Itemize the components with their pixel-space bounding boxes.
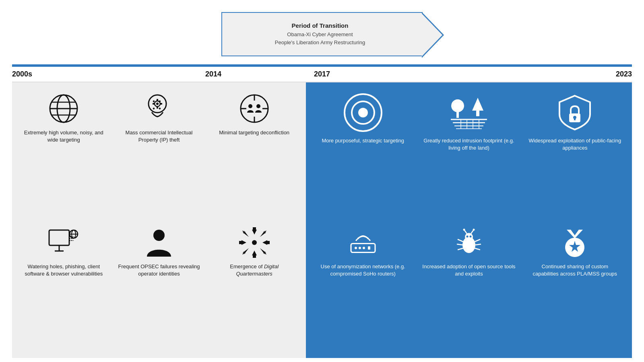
- col-right-1: More purposeful, strategic targeting: [310, 90, 416, 354]
- svg-point-32: [248, 104, 252, 108]
- target-text: More purposeful, strategic targeting: [320, 137, 406, 144]
- svg-marker-40: [242, 248, 249, 255]
- svg-point-70: [473, 228, 475, 230]
- item-person: Frequent OPSEC failures revealing operat…: [116, 224, 203, 354]
- year-2014: 2014: [117, 70, 310, 78]
- svg-rect-25: [159, 107, 161, 110]
- col-left-1: Extremely high volume, noisy, and wide t…: [16, 90, 111, 354]
- item-monitor: Watering holes, phishing, client softwar…: [20, 224, 107, 354]
- svg-marker-38: [242, 230, 249, 237]
- person-silhouette-icon: [141, 224, 177, 261]
- years-row: 2000s 2014 2017 2023: [12, 67, 632, 82]
- svg-point-17: [156, 103, 159, 105]
- router-text: Use of anonymization networks (e.g. comp…: [314, 263, 412, 278]
- left-panel: Extremely high volume, noisy, and wide t…: [12, 82, 306, 358]
- year-2000s: 2000s: [12, 70, 117, 78]
- svg-marker-55: [472, 98, 483, 111]
- arrow-title: Period of Transition: [275, 22, 365, 29]
- head-gears-icon: [141, 90, 177, 127]
- svg-rect-81: [574, 117, 576, 120]
- col-right-2: Greatly reduced intrusion footprint (e.g…: [416, 90, 522, 354]
- svg-line-72: [457, 244, 463, 245]
- item-globe: Extremely high volume, noisy, and wide t…: [20, 90, 107, 220]
- svg-point-66: [465, 233, 473, 241]
- svg-point-77: [466, 235, 468, 237]
- col-left-2: Mass commercial Intellectual Property (I…: [111, 90, 207, 354]
- item-medal: Continued sharing of custom capabilities…: [526, 224, 624, 354]
- svg-rect-18: [157, 99, 158, 101]
- svg-point-69: [463, 228, 465, 230]
- globe-icon: [45, 90, 82, 127]
- item-target: More purposeful, strategic targeting: [314, 90, 412, 220]
- bug-text: Increased adoption of open source tools …: [420, 263, 518, 278]
- svg-line-74: [475, 239, 480, 242]
- svg-rect-54: [456, 111, 459, 118]
- medal-icon: [557, 224, 593, 261]
- svg-marker-34: [252, 227, 257, 234]
- svg-line-75: [475, 244, 481, 245]
- arrows-text: Emergence of Digital Quartermasters: [211, 263, 298, 278]
- svg-point-51: [363, 247, 365, 249]
- svg-rect-20: [153, 103, 155, 105]
- crosshair-people-icon: [236, 90, 272, 127]
- item-router: Use of anonymization networks (e.g. comp…: [314, 224, 412, 354]
- svg-point-49: [355, 247, 357, 249]
- crosshair-text: Minimal targeting deconfliction: [217, 129, 291, 136]
- target-icon: [341, 90, 385, 135]
- svg-point-53: [451, 99, 464, 112]
- item-shield: Widespread exploitation of public-facing…: [526, 90, 624, 220]
- bug-icon: [451, 224, 487, 261]
- item-head-gears: Mass commercial Intellectual Property (I…: [116, 90, 203, 220]
- svg-marker-36: [239, 240, 246, 245]
- arrow-section: Period of Transition Obama-Xi Cyber Agre…: [12, 8, 632, 60]
- person-text: Frequent OPSEC failures revealing operat…: [116, 263, 203, 278]
- head-gears-text: Mass commercial Intellectual Property (I…: [116, 129, 203, 144]
- svg-rect-21: [160, 103, 162, 105]
- svg-rect-5: [49, 230, 69, 245]
- svg-rect-56: [476, 111, 479, 116]
- svg-point-78: [469, 235, 471, 237]
- svg-point-42: [252, 240, 257, 245]
- shield-text: Widespread exploitation of public-facing…: [526, 137, 624, 152]
- svg-line-76: [475, 248, 480, 250]
- svg-marker-37: [262, 240, 270, 245]
- monitor-text: Watering holes, phishing, client softwar…: [20, 263, 107, 278]
- item-crosshair: Minimal targeting deconfliction: [211, 90, 298, 220]
- svg-rect-52: [368, 246, 370, 249]
- item-arrows: Emergence of Digital Quartermasters: [211, 224, 298, 354]
- content-row: Extremely high volume, noisy, and wide t…: [12, 82, 632, 358]
- globe-text: Extremely high volume, noisy, and wide t…: [20, 129, 107, 144]
- svg-point-45: [358, 108, 368, 117]
- year-2023: 2023: [584, 70, 632, 78]
- farm-trees-icon: [447, 90, 491, 135]
- medal-text: Continued sharing of custom capabilities…: [526, 263, 624, 278]
- svg-line-71: [458, 239, 463, 242]
- svg-point-50: [359, 247, 361, 249]
- farm-text: Greatly reduced intrusion footprint (e.g…: [420, 137, 518, 152]
- year-2017: 2017: [310, 70, 584, 78]
- svg-marker-35: [252, 251, 257, 258]
- transition-arrow: Period of Transition Obama-Xi Cyber Agre…: [221, 12, 423, 56]
- svg-point-26: [153, 230, 165, 241]
- svg-point-46: [357, 237, 359, 239]
- item-bug: Increased adoption of open source tools …: [420, 224, 518, 354]
- svg-rect-19: [157, 107, 158, 109]
- svg-point-47: [367, 237, 369, 239]
- arrow-text-container: Period of Transition Obama-Xi Cyber Agre…: [275, 22, 365, 46]
- shield-lock-icon: [553, 90, 597, 135]
- svg-marker-39: [260, 230, 266, 237]
- monitor-globe-icon: [45, 224, 82, 261]
- svg-line-73: [458, 248, 463, 250]
- arrows-inward-icon: [236, 224, 272, 261]
- main-container: Period of Transition Obama-Xi Cyber Agre…: [0, 0, 644, 362]
- right-panel: More purposeful, strategic targeting: [306, 82, 632, 358]
- col-left-3: Minimal targeting deconfliction: [206, 90, 302, 354]
- svg-point-33: [256, 104, 260, 108]
- svg-marker-82: [567, 230, 583, 239]
- svg-marker-41: [260, 248, 266, 255]
- router-icon: [345, 224, 381, 261]
- svg-rect-6: [49, 230, 69, 245]
- arrow-subtitle: Obama-Xi Cyber Agreement People's Libera…: [275, 31, 365, 46]
- svg-rect-24: [153, 107, 155, 110]
- col-right-3: Widespread exploitation of public-facing…: [522, 90, 628, 354]
